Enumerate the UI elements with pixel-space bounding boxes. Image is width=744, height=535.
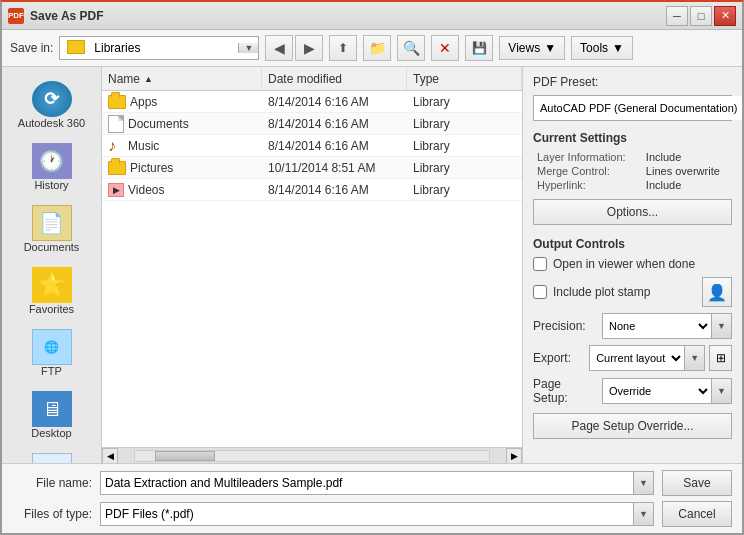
pdf-preset-select[interactable]: AutoCAD PDF (General Documentation) bbox=[534, 96, 742, 120]
floppy-button[interactable]: 💾 bbox=[465, 35, 493, 61]
files-of-type-wrapper: ▼ bbox=[100, 502, 654, 526]
sidebar-label-history: History bbox=[34, 179, 68, 191]
save-as-pdf-dialog: PDF Save As PDF ─ □ ✕ Save in: Libraries… bbox=[0, 0, 744, 535]
scroll-right-button[interactable]: ▶ bbox=[506, 448, 522, 464]
file-row[interactable]: Pictures 10/11/2014 8:51 AM Library bbox=[102, 157, 522, 179]
file-cell-name: Apps bbox=[102, 93, 262, 111]
delete-button[interactable]: ✕ bbox=[431, 35, 459, 61]
col-header-date[interactable]: Date modified bbox=[262, 67, 407, 90]
file-name-dropdown-arrow[interactable]: ▼ bbox=[633, 472, 653, 494]
scrollbar-track[interactable] bbox=[134, 450, 490, 462]
pdf-preset-combo[interactable]: AutoCAD PDF (General Documentation) ▼ bbox=[533, 95, 732, 121]
col-header-type[interactable]: Type bbox=[407, 67, 522, 90]
col-header-name[interactable]: Name ▲ bbox=[102, 67, 262, 90]
layer-info-key: Layer Information: bbox=[537, 151, 638, 163]
history-icon: 🕐 bbox=[32, 143, 72, 179]
open-in-viewer-row: Open in viewer when done bbox=[533, 257, 732, 271]
precision-select[interactable]: None bbox=[603, 314, 711, 338]
sidebar-item-ftp[interactable]: 🌐 FTP bbox=[8, 323, 96, 383]
window-controls: ─ □ ✕ bbox=[666, 6, 736, 26]
tools-button[interactable]: Tools ▼ bbox=[571, 36, 633, 60]
precision-row: Precision: None ▼ bbox=[533, 313, 732, 339]
file-cell-date: 8/14/2014 6:16 AM bbox=[262, 137, 407, 155]
right-panel: PDF Preset: AutoCAD PDF (General Documen… bbox=[522, 67, 742, 463]
export-grid-button[interactable]: ⊞ bbox=[709, 345, 732, 371]
horizontal-scrollbar[interactable]: ◀ ▶ bbox=[102, 447, 522, 463]
sidebar-item-desktop[interactable]: 🖥 Desktop bbox=[8, 385, 96, 445]
page-setup-combo[interactable]: Override ▼ bbox=[602, 378, 732, 404]
folder-small-icon bbox=[67, 40, 85, 54]
autodesk360-icon: ⟳ bbox=[32, 81, 72, 117]
precision-arrow[interactable]: ▼ bbox=[711, 314, 731, 338]
save-in-combo[interactable]: Libraries ▼ bbox=[59, 36, 259, 60]
back-button[interactable]: ◀ bbox=[265, 35, 293, 61]
sidebar-item-autodesk360[interactable]: ⟳ Autodesk 360 bbox=[8, 75, 96, 135]
files-of-type-label: Files of type: bbox=[12, 507, 92, 521]
export-select[interactable]: Current layout bbox=[590, 346, 684, 370]
page-setup-row: Page Setup: Override ▼ bbox=[533, 377, 732, 405]
file-panel: Name ▲ Date modified Type Apps 8/14/2014… bbox=[102, 67, 522, 463]
file-row[interactable]: ▶ Videos 8/14/2014 6:16 AM Library bbox=[102, 179, 522, 201]
sidebar-item-documents[interactable]: 📄 Documents bbox=[8, 199, 96, 259]
output-controls-label: Output Controls bbox=[533, 237, 732, 251]
files-of-type-dropdown-arrow[interactable]: ▼ bbox=[633, 503, 653, 525]
page-setup-row-label: Page Setup: bbox=[533, 377, 598, 405]
scroll-left-button[interactable]: ◀ bbox=[102, 448, 118, 464]
sidebar-item-favorites[interactable]: ⭐ Favorites bbox=[8, 261, 96, 321]
sidebar-label-documents: Documents bbox=[24, 241, 80, 253]
documents-icon: 📄 bbox=[32, 205, 72, 241]
save-in-dropdown-arrow[interactable]: ▼ bbox=[238, 43, 258, 53]
stamp-settings-button[interactable]: 👤 bbox=[702, 277, 732, 307]
desktop-icon: 🖥 bbox=[32, 391, 72, 427]
page-setup-select[interactable]: Override bbox=[603, 379, 711, 403]
new-folder-button[interactable]: 📁 bbox=[363, 35, 391, 61]
save-in-label: Save in: bbox=[10, 41, 53, 55]
sidebar-label-favorites: Favorites bbox=[29, 303, 74, 315]
forward-button[interactable]: ▶ bbox=[295, 35, 323, 61]
file-name-input-wrapper: ▼ bbox=[100, 471, 654, 495]
file-row[interactable]: ♪ Music 8/14/2014 6:16 AM Library bbox=[102, 135, 522, 157]
buzzsaw-icon: 🗂 bbox=[32, 453, 72, 463]
views-button[interactable]: Views ▼ bbox=[499, 36, 565, 60]
nav-buttons: ◀ ▶ bbox=[265, 35, 323, 61]
precision-combo[interactable]: None ▼ bbox=[602, 313, 732, 339]
toolbar: Save in: Libraries ▼ ◀ ▶ ⬆ 📁 🔍 ✕ 💾 Views… bbox=[2, 30, 742, 67]
file-cell-date: 8/14/2014 6:16 AM bbox=[262, 181, 407, 199]
maximize-button[interactable]: □ bbox=[690, 6, 712, 26]
file-cell-type: Library bbox=[407, 115, 522, 133]
close-button[interactable]: ✕ bbox=[714, 6, 736, 26]
export-combo[interactable]: Current layout ▼ bbox=[589, 345, 705, 371]
file-cell-name: ♪ Music bbox=[102, 135, 262, 157]
music-icon: ♪ bbox=[108, 137, 124, 155]
sidebar-label-ftp: FTP bbox=[41, 365, 62, 377]
scrollbar-thumb[interactable] bbox=[155, 451, 215, 461]
doc-icon bbox=[108, 115, 124, 133]
file-row[interactable]: Documents 8/14/2014 6:16 AM Library bbox=[102, 113, 522, 135]
save-button[interactable]: Save bbox=[662, 470, 732, 496]
open-in-viewer-checkbox[interactable] bbox=[533, 257, 547, 271]
file-cell-type: Library bbox=[407, 137, 522, 155]
options-button[interactable]: Options... bbox=[533, 199, 732, 225]
cancel-button[interactable]: Cancel bbox=[662, 501, 732, 527]
sidebar-item-history[interactable]: 🕐 History bbox=[8, 137, 96, 197]
file-row[interactable]: Apps 8/14/2014 6:16 AM Library bbox=[102, 91, 522, 113]
file-list-header: Name ▲ Date modified Type bbox=[102, 67, 522, 91]
include-plot-stamp-checkbox[interactable] bbox=[533, 285, 547, 299]
save-in-value: Libraries bbox=[92, 39, 238, 57]
export-arrow[interactable]: ▼ bbox=[684, 346, 704, 370]
file-cell-date: 8/14/2014 6:16 AM bbox=[262, 115, 407, 133]
page-setup-override-button[interactable]: Page Setup Override... bbox=[533, 413, 732, 439]
sidebar-item-buzzsaw[interactable]: 🗂 Buzzsaw bbox=[8, 447, 96, 463]
file-name-row: File name: ▼ Save bbox=[12, 470, 732, 496]
include-plot-stamp-row: Include plot stamp 👤 bbox=[533, 277, 732, 307]
sidebar-label-desktop: Desktop bbox=[31, 427, 71, 439]
up-folder-button[interactable]: ⬆ bbox=[329, 35, 357, 61]
search-button[interactable]: 🔍 bbox=[397, 35, 425, 61]
minimize-button[interactable]: ─ bbox=[666, 6, 688, 26]
file-name-input[interactable] bbox=[101, 472, 633, 494]
hyperlink-val: Include bbox=[646, 179, 732, 191]
file-list: Apps 8/14/2014 6:16 AM Library Documents… bbox=[102, 91, 522, 447]
export-label: Export: bbox=[533, 351, 585, 365]
files-of-type-input[interactable] bbox=[101, 503, 633, 525]
page-setup-arrow[interactable]: ▼ bbox=[711, 379, 731, 403]
